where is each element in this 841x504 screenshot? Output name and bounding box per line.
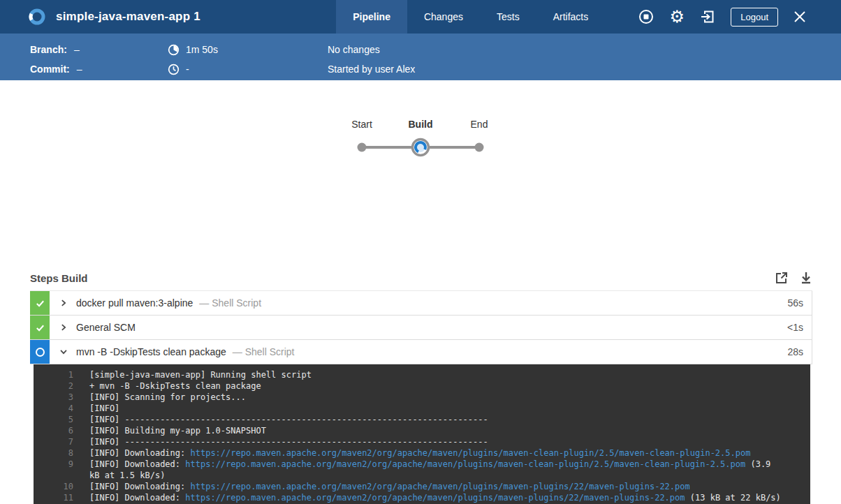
log-line-text: [INFO] [89,403,781,414]
gear-icon[interactable]: ⚙ [668,8,686,26]
log-line: 5[INFO] --------------------------------… [34,414,810,425]
step-duration: 56s [787,297,812,309]
graph-node-build[interactable] [413,140,429,156]
graph-node-end [475,143,484,152]
logout-button[interactable]: Logout [731,8,778,27]
log-line-text: [INFO] Building my-app 1.0-SNAPSHOT [89,425,781,436]
log-line: 4[INFO] [34,403,810,414]
log-line-number[interactable]: 8 [34,447,73,459]
branch-value: – [74,40,80,59]
log-line-text: [INFO] Downloaded: https://repo.maven.ap… [89,459,781,481]
step-duration: <1s [787,322,812,333]
log-text-segment: [INFO] Downloaded: [89,459,185,469]
graph-label-start: Start [351,119,372,130]
page-title: simple-java-maven-app 1 [56,10,200,24]
chevron-right-icon[interactable] [59,323,68,332]
open-in-new-icon[interactable] [775,271,789,285]
changes-summary: No changes [328,40,380,59]
success-check-icon [30,316,50,339]
tab-changes[interactable]: Changes [407,0,480,34]
tab-tests[interactable]: Tests [480,0,536,34]
clock-icon [168,64,180,75]
log-link[interactable]: https://repo.maven.apache.org/maven2/org… [185,459,745,469]
download-icon[interactable] [800,271,812,285]
log-line: 2+ mvn -B -DskipTests clean package [34,380,810,392]
log-line-number[interactable]: 6 [34,425,73,436]
log-line-text: + mvn -B -DskipTests clean package [89,380,781,392]
graph-label-build: Build [409,119,433,130]
graph-node-start [358,143,367,152]
run-duration: 1m 50s [186,40,218,59]
log-line-number[interactable]: 3 [34,392,73,403]
steps-section: Steps Build docker pull maven:3-alpine— … [30,265,812,504]
running-spinner-icon [30,340,50,364]
log-text-segment: [INFO] ---------------------------------… [89,415,488,424]
log-text-segment: [INFO] Downloading: [89,448,191,458]
step-row[interactable]: General SCM<1s [30,316,812,340]
log-line-text: [INFO] ---------------------------------… [89,436,781,447]
log-line-text: [INFO] Downloading: https://repo.maven.a… [89,481,781,492]
log-text-segment: [INFO] [89,403,119,413]
log-line-number[interactable]: 7 [34,436,73,447]
log-text-segment: [INFO] ---------------------------------… [89,437,488,447]
app-header: simple-java-maven-app 1 PipelineChangesT… [0,0,841,34]
graph-label-end: End [471,119,488,130]
log-text-segment: + mvn -B -DskipTests clean package [89,381,261,391]
step-name: docker pull maven:3-alpine [76,297,193,309]
log-line: 1[simple-java-maven-app] Running shell s… [34,369,810,380]
started-by: Started by user Alex [328,59,415,79]
log-line-number[interactable]: 1 [34,369,73,380]
run-end-time: - [186,59,189,79]
log-line-number[interactable]: 4 [34,403,73,414]
log-line: 7[INFO] --------------------------------… [34,436,810,447]
step-type: — Shell Script [233,346,295,357]
tab-pipeline[interactable]: Pipeline [336,0,407,34]
chevron-down-icon[interactable] [59,347,68,357]
run-status-spinner-icon [28,8,46,26]
branch-label: Branch: [30,40,67,59]
step-duration: 28s [787,346,812,357]
log-line: 6[INFO] Building my-app 1.0-SNAPSHOT [34,425,810,436]
log-link[interactable]: https://repo.maven.apache.org/maven2/org… [185,493,685,503]
timer-icon [168,44,180,56]
log-link[interactable]: https://repo.maven.apache.org/maven2/org… [191,448,751,458]
header-tabs: PipelineChangesTestsArtifacts [336,0,605,34]
log-line-number[interactable]: 5 [34,414,73,425]
success-check-icon [30,291,50,315]
log-line: 11[INFO] Downloaded: https://repo.maven.… [34,492,810,503]
log-text-segment: [INFO] Building my-app 1.0-SNAPSHOT [89,426,266,436]
log-line: 10[INFO] Downloading: https://repo.maven… [34,481,810,492]
pipeline-graph: StartBuild End [0,111,841,174]
close-icon[interactable] [791,8,809,26]
stop-icon[interactable] [637,8,655,26]
step-name: General SCM [76,322,136,333]
chevron-right-icon[interactable] [59,298,68,308]
run-info-bar: Branch: – Commit: – 1m 50s [0,34,841,80]
console-log: 1[simple-java-maven-app] Running shell s… [34,364,810,504]
log-line-text: [INFO] Downloaded: https://repo.maven.ap… [89,492,781,503]
log-line-number[interactable]: 9 [34,459,73,481]
log-text-segment: [INFO] Downloaded: [89,493,185,503]
step-type: — Shell Script [199,297,261,309]
log-line: 9[INFO] Downloaded: https://repo.maven.a… [34,459,810,481]
commit-value: – [77,59,82,79]
log-link[interactable]: https://repo.maven.apache.org/maven2/org… [191,482,690,491]
log-line-number[interactable]: 11 [34,492,73,503]
steps-list: docker pull maven:3-alpine— Shell Script… [30,291,812,364]
steps-title: Steps Build [30,272,88,284]
step-row[interactable]: mvn -B -DskipTests clean package— Shell … [30,340,812,364]
log-line-text: [INFO] ---------------------------------… [89,414,781,425]
exit-icon[interactable] [699,8,717,26]
commit-label: Commit: [30,59,70,79]
step-row[interactable]: docker pull maven:3-alpine— Shell Script… [30,291,812,316]
tab-artifacts[interactable]: Artifacts [536,0,606,34]
log-line-text: [INFO] Downloading: https://repo.maven.a… [89,447,781,459]
log-text-segment: [INFO] Downloading: [89,482,191,491]
steps-header: Steps Build [30,265,812,291]
log-line-text: [simple-java-maven-app] Running shell sc… [89,369,781,380]
header-actions: ⚙ Logout [624,8,809,27]
log-line-number[interactable]: 10 [34,481,73,492]
log-text-segment: [INFO] Scanning for projects... [89,392,246,402]
log-line-number[interactable]: 2 [34,380,73,392]
log-line-text: [INFO] Scanning for projects... [89,392,781,403]
